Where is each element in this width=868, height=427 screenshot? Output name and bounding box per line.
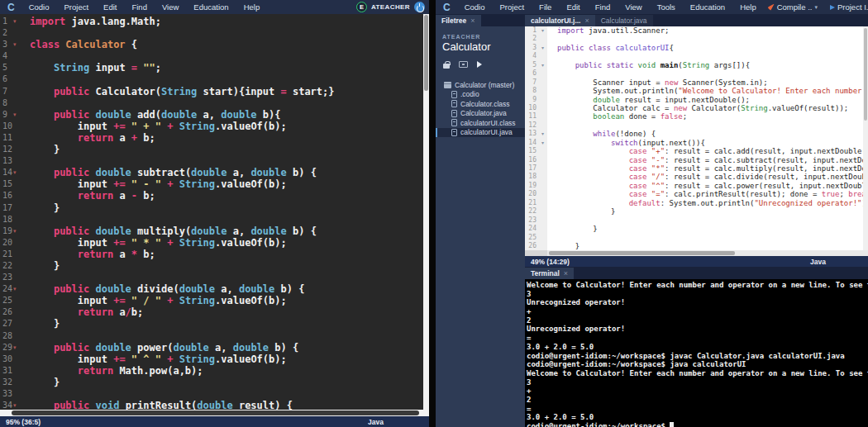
left-codio-window: C CodioProjectEditFindViewEducationHelp … [0,0,429,427]
fold-arrow-icon[interactable]: ▾ [538,61,547,69]
fold-arrow-icon[interactable]: ▾ [538,130,547,138]
run-play-icon[interactable] [477,61,482,68]
fold-arrow-icon[interactable]: ▾ [13,283,23,295]
fold-gutter [538,207,547,216]
right-editor-vscrollbar[interactable] [863,26,868,250]
filetree-sidebar: Filetree × ATEACHER Calculator Calculato… [436,14,525,427]
menu-item-find[interactable]: Find [588,2,618,12]
project-run-button[interactable]: Project I.. ▾ [826,2,868,12]
code-text: public double divide(double a, double b)… [23,283,304,295]
terminal[interactable]: Welcome to Calculator! Enter each number… [525,279,868,427]
right-codio-window: C CodioProjectFileEditFindViewToolsEduca… [436,0,868,427]
code-text: input += " * " + String.valueOf(b); [23,237,287,249]
fold-gutter [13,260,23,272]
right-editor-hscrollbar[interactable] [525,250,868,256]
menu-item-tools[interactable]: Tools [650,2,683,12]
fold-arrow-icon[interactable]: ▾ [13,400,23,410]
line-number: 20 [0,237,13,249]
codio-logo-icon[interactable]: C [436,2,457,13]
code-text: String input = ""; [23,62,161,74]
tree-item--codio[interactable]: .codio [436,90,525,100]
menu-item-codio[interactable]: Codio [21,2,57,12]
code-text: case "/": result = calc.divide(result, i… [547,173,868,181]
fold-arrow-icon[interactable]: ▾ [538,44,547,52]
compile-button[interactable]: Compile .. ▾ [764,2,822,12]
codio-logo-icon[interactable]: C [0,2,21,13]
code-line: 25 [525,234,868,242]
fold-gutter [13,330,23,342]
fold-arrow-icon[interactable]: ▾ [13,342,23,353]
menu-item-project[interactable]: Project [493,2,532,12]
code-line: 19 case "^": result = calc.power(result,… [525,182,868,190]
code-line: 15 case "+": result = calc.add(result, i… [525,147,868,155]
fold-arrow-icon[interactable]: ▾ [13,167,23,178]
tree-item-calculatorui-class[interactable]: calculatorUI.class [436,118,525,128]
left-code-editor[interactable]: 1▾import java.lang.Math;23▾class Calcula… [0,14,429,410]
fold-gutter [13,27,23,39]
close-icon[interactable]: × [584,17,589,25]
close-icon[interactable]: × [470,17,475,25]
terminal-tab[interactable]: Terminal × [525,268,574,279]
right-language-mode[interactable]: Java [810,258,826,266]
sidebar-toolbar [436,58,525,75]
editor-tab-calculator-java[interactable]: Calculator.java [595,15,653,26]
menu-item-edit[interactable]: Edit [96,2,124,12]
code-text: public Calculator(String start){input = … [23,86,335,97]
lock-icon[interactable] [443,64,450,69]
fold-gutter [13,365,23,377]
code-line: 34▾ public void printResult(double resul… [0,400,429,410]
code-line: 3▾class Calculator { [0,39,429,50]
code-text: public void printResult(double result) { [23,400,293,410]
menu-item-education[interactable]: Education [186,2,236,12]
code-text: public double subtract(double a, double … [23,167,317,178]
fold-arrow-icon[interactable]: ▾ [538,139,547,147]
fold-gutter [13,306,23,318]
tree-item-calculator-class[interactable]: Calculator.class [436,99,525,109]
line-number: 34 [0,400,13,410]
menu-item-education[interactable]: Education [683,2,732,12]
code-text: input += " + " + String.valueOf(b); [23,121,287,132]
fold-arrow-icon[interactable]: ▾ [13,225,23,237]
tree-item-calculator-master-[interactable]: Calculator (master) [436,80,525,90]
close-icon[interactable]: × [564,269,568,278]
code-line: 26 } [525,242,868,250]
fold-arrow-icon[interactable]: ▾ [538,26,547,35]
filetree-tab[interactable]: Filetree × [436,15,481,26]
menu-item-project[interactable]: Project [57,2,97,12]
line-number: 2 [0,27,13,39]
right-code-editor[interactable]: 1▾import java.util.Scanner;23▾public cla… [525,26,868,250]
fold-arrow-icon[interactable]: ▾ [13,16,23,27]
fold-gutter [13,249,23,260]
logout-power-icon[interactable] [414,2,425,12]
terminal-line: = [527,405,868,414]
preview-monitor-icon[interactable] [459,61,468,68]
menu-item-view[interactable]: View [618,2,649,12]
left-user-avatar[interactable]: E [356,2,367,12]
line-number: 6 [525,69,538,78]
menu-item-codio[interactable]: Codio [457,2,493,12]
editor-tab-calculatorui-j-[interactable]: calculatorUI.j...× [525,15,595,26]
code-text: } [23,318,60,330]
menu-item-view[interactable]: View [155,2,186,12]
fold-arrow-icon[interactable]: ▾ [13,39,23,50]
menu-item-help[interactable]: Help [732,2,764,12]
file-icon [451,110,457,117]
tree-item-calculator-java[interactable]: Calculator.java [436,109,525,119]
left-editor-vscrollbar[interactable] [423,14,429,410]
terminal-line: codio@urgent-idiom:~/workspace$ [527,422,868,427]
line-number: 24 [0,283,13,295]
left-language-mode[interactable]: Java [368,418,384,426]
menu-item-file[interactable]: File [532,2,559,12]
left-editor-hscrollbar[interactable] [0,410,429,416]
menu-item-edit[interactable]: Edit [559,2,587,12]
menu-item-help[interactable]: Help [236,2,268,12]
code-line: 3▾public class calculatorUI{ [525,44,868,52]
menu-item-find[interactable]: Find [124,2,154,12]
line-number: 17 [525,164,538,173]
code-line: 11 boolean done = false; [525,112,868,121]
fold-gutter [538,234,547,242]
tree-item-calculatorui-java[interactable]: calculatorUI.java [436,128,525,138]
code-text [23,272,30,283]
code-line: 32 } [0,377,429,388]
fold-arrow-icon[interactable]: ▾ [13,109,23,121]
